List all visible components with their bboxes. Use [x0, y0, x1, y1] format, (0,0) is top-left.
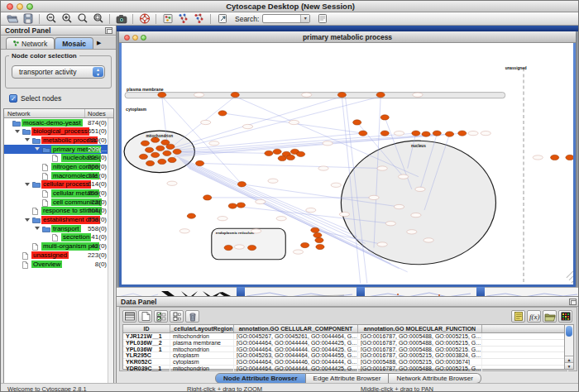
- search-input[interactable]: ▾: [262, 14, 310, 23]
- graph-node[interactable]: [315, 237, 323, 242]
- annotation-list-icon[interactable]: [511, 310, 525, 323]
- tree-row-establishment-of-lo[interactable]: establishment of lo558(0): [4, 216, 113, 225]
- matrix-icon[interactable]: [558, 310, 572, 323]
- window-border[interactable]: [476, 287, 485, 296]
- graph-node[interactable]: [359, 131, 367, 136]
- expand-arrow-icon[interactable]: [15, 130, 20, 133]
- graph-node[interactable]: [316, 244, 324, 249]
- graph-label-node[interactable]: [194, 93, 203, 97]
- zoom-window-button[interactable]: [141, 35, 146, 41]
- graph-label-node[interactable]: [306, 208, 316, 212]
- graph-label-node[interactable]: [318, 166, 328, 170]
- background-window-fragment[interactable]: [485, 287, 579, 296]
- graph-node[interactable]: [278, 155, 286, 160]
- graph-label-node[interactable]: [293, 250, 303, 254]
- formula-icon[interactable]: f(x): [527, 310, 541, 323]
- graph-node[interactable]: [146, 160, 154, 165]
- graph-edge[interactable]: [235, 97, 419, 177]
- zoom-window-button[interactable]: [26, 3, 33, 10]
- graph-node[interactable]: [139, 154, 147, 159]
- close-button[interactable]: [7, 3, 13, 10]
- scroll-down-icon[interactable]: ▼: [565, 362, 573, 369]
- graph-label-node[interactable]: [339, 213, 349, 217]
- table-row-ypl036w__2[interactable]: YPL036W__2plasma membrane[GO:0044464, GO…: [123, 340, 568, 347]
- window-border[interactable]: [237, 287, 245, 296]
- graph-node[interactable]: [203, 195, 212, 200]
- graph-label-node[interactable]: [268, 179, 278, 183]
- graph-node[interactable]: [158, 159, 166, 164]
- graph-node[interactable]: [141, 141, 149, 146]
- graph-node[interactable]: [187, 213, 195, 218]
- graph-node[interactable]: [237, 203, 245, 208]
- save-icon[interactable]: [21, 13, 35, 25]
- table-cell[interactable]: [GO:0005488, GO:0005215, GO:0003674]: [358, 359, 482, 365]
- table-cell[interactable]: plasma membrane: [170, 340, 234, 346]
- graph-label-node[interactable]: [234, 245, 244, 249]
- scroll-up-icon[interactable]: ▲: [565, 356, 573, 362]
- graph-label-node[interactable]: [411, 213, 421, 218]
- graph-label-node[interactable]: [242, 124, 252, 128]
- delete-attribute-icon[interactable]: [185, 310, 199, 323]
- table-cell[interactable]: cytoplasm: [170, 359, 234, 365]
- scrollbar-thumb[interactable]: [566, 326, 572, 337]
- table-cell[interactable]: YDR039C__1: [123, 366, 170, 371]
- tab-network[interactable]: Network: [6, 37, 55, 49]
- table-cell[interactable]: mitochondrion: [170, 333, 234, 339]
- graph-label-node[interactable]: [423, 238, 433, 242]
- table-cell[interactable]: [GO:0044464, GO:0044444, GO:0044425, G..…: [234, 347, 358, 352]
- graph-node[interactable]: [337, 93, 346, 98]
- tree-row-cellular-metabo[interactable]: cellular metabo209(0): [4, 189, 113, 198]
- tab-overflow-arrow[interactable]: ▶: [97, 37, 101, 49]
- layout-icon[interactable]: [176, 13, 190, 25]
- graph-node[interactable]: [151, 137, 160, 142]
- table-cell[interactable]: YPL036W__1: [123, 347, 170, 352]
- nucleus-region[interactable]: [341, 141, 495, 265]
- table-cell[interactable]: [GO:0016787, GO:0005215, GO:0003824, G..…: [358, 352, 482, 358]
- minimize-button[interactable]: [132, 35, 138, 41]
- graph-label-node[interactable]: [201, 120, 211, 124]
- table-cell[interactable]: [GO:0044464, GO:0044444, GO:0044425, G..…: [234, 366, 358, 371]
- tree-row-cellular-process[interactable]: cellular process614(0): [4, 180, 113, 189]
- table-cell[interactable]: cytoplasm: [170, 352, 234, 358]
- import-file-icon[interactable]: [543, 310, 557, 323]
- table-cell[interactable]: [GO:0016787, GO:0005488, GO:0005215, G..…: [358, 347, 482, 352]
- graph-node[interactable]: [151, 152, 160, 157]
- select-nodes-checkbox[interactable]: ✓: [9, 94, 17, 103]
- float-panel-icon[interactable]: [105, 27, 112, 34]
- zoom-fit-icon[interactable]: [75, 13, 89, 25]
- graph-label-node[interactable]: [323, 141, 333, 146]
- graph-label-node[interactable]: [413, 93, 423, 97]
- tab-mosaic[interactable]: Mosaic: [55, 37, 93, 49]
- background-window-fragment[interactable]: [245, 287, 356, 296]
- close-button[interactable]: [124, 35, 130, 41]
- graph-node[interactable]: [273, 149, 281, 154]
- snapshot-icon[interactable]: [114, 13, 128, 25]
- table-cell[interactable]: [GO:0045267, GO:0045261, GO:0044464, G..…: [234, 333, 358, 339]
- graph-node[interactable]: [248, 245, 256, 250]
- graph-node[interactable]: [265, 151, 273, 155]
- network-manager-icon[interactable]: [160, 13, 175, 25]
- expand-arrow-icon[interactable]: [25, 183, 30, 186]
- expand-arrow-icon[interactable]: [25, 218, 30, 222]
- graph-node[interactable]: [311, 227, 319, 232]
- graph-node[interactable]: [412, 131, 420, 136]
- graph-node[interactable]: [224, 245, 232, 250]
- table-cell[interactable]: [GO:0016787, GO:0005488, GO:0005215, G..…: [358, 366, 482, 371]
- graph-node[interactable]: [218, 111, 227, 116]
- tree-row-overview[interactable]: Overview8(0): [4, 260, 113, 269]
- expand-arrow-icon[interactable]: [25, 138, 30, 141]
- graph-label-node[interactable]: [276, 217, 286, 221]
- table-scrollbar[interactable]: ▲ ▼: [564, 324, 574, 370]
- table-cell[interactable]: YJR121W__1: [123, 333, 170, 339]
- table-cell[interactable]: [GO:0044464, GO:0044444, GO:0044425, G..…: [234, 340, 358, 346]
- table-cell[interactable]: mitochondrion: [170, 347, 234, 352]
- graph-label-node[interactable]: [256, 199, 266, 203]
- graph-label-node[interactable]: [289, 120, 299, 124]
- zoom-in-icon[interactable]: [60, 13, 74, 25]
- graph-label-node[interactable]: [533, 155, 543, 160]
- table-cell[interactable]: YKR052C: [123, 359, 170, 365]
- graph-node[interactable]: [156, 146, 165, 151]
- graph-label-node[interactable]: [302, 93, 312, 97]
- graph-label-node[interactable]: [167, 181, 177, 185]
- table-row-ykr052c[interactable]: YKR052Ccytoplasm[GO:0044464, GO:0044446,…: [123, 359, 568, 366]
